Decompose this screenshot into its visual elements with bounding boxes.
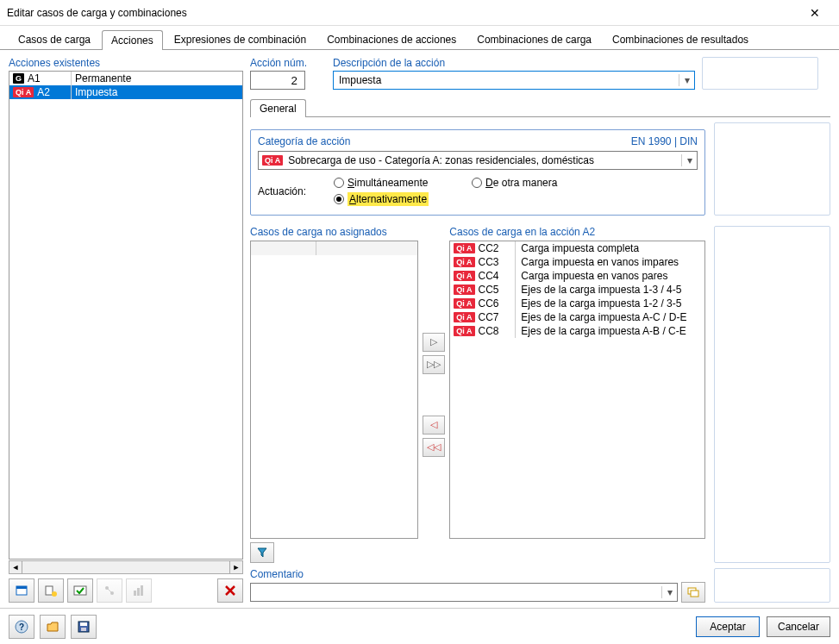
chevron-down-icon[interactable]: ▾	[679, 74, 694, 86]
assigned-loadcase-row[interactable]: Qi ACC7Ejes de la carga impuesta A-C / D…	[450, 310, 704, 324]
svg-rect-8	[134, 591, 136, 596]
list-h-scrollbar[interactable]: ◄ ►	[9, 560, 243, 575]
action-number-label: Acción núm.	[250, 57, 326, 71]
action-desc-combo[interactable]: Impuesta ▾	[333, 71, 695, 90]
action-desc-label: Descripción de la acción	[333, 57, 695, 71]
assigned-loadcase-row[interactable]: Qi ACC8Ejes de la carga impuesta A-B / C…	[450, 324, 704, 338]
svg-rect-4	[74, 586, 86, 595]
existing-action-row[interactable]: GA1Permanente	[9, 72, 242, 85]
ok-button[interactable]: Aceptar	[696, 616, 760, 637]
scroll-right-icon[interactable]: ►	[229, 560, 243, 574]
radio-simultaneously[interactable]: Simultáneamente	[334, 177, 429, 189]
unlink-button	[97, 578, 122, 603]
move-all-left-button[interactable]: ◁◁	[423, 438, 445, 457]
filter-button[interactable]	[250, 542, 274, 563]
list-header	[251, 241, 417, 255]
chevron-down-icon[interactable]: ▾	[661, 586, 677, 598]
existing-toolbar	[9, 578, 243, 603]
save-button[interactable]	[71, 615, 97, 639]
library-button[interactable]	[38, 578, 64, 603]
assigned-loadcase-row[interactable]: Qi ACC5Ejes de la carga impuesta 1-3 / 4…	[450, 283, 704, 297]
tab-combinaciones-de-carga[interactable]: Combinaciones de carga	[467, 29, 601, 49]
sub-tabs: General	[250, 98, 830, 117]
move-left-button[interactable]: ◁	[423, 416, 445, 435]
tab-acciones[interactable]: Acciones	[102, 30, 163, 50]
svg-line-7	[108, 589, 111, 592]
svg-rect-2	[46, 586, 53, 595]
cancel-button[interactable]: Cancelar	[767, 616, 830, 637]
category-value: Sobrecarga de uso - Categoría A: zonas r…	[288, 154, 594, 166]
radio-alternatively[interactable]: Alternativamente	[334, 192, 429, 206]
existing-actions-label: Acciones existentes	[9, 57, 243, 71]
svg-rect-10	[141, 585, 143, 596]
category-badge: Qi A	[262, 155, 283, 166]
assigned-loadcase-row[interactable]: Qi ACC6Ejes de la carga impuesta 1-2 / 3…	[450, 297, 704, 310]
chevron-down-icon[interactable]: ▾	[681, 154, 697, 166]
category-label: Categoría de acción	[258, 135, 350, 147]
radio-otherwise[interactable]: De otra manera	[472, 177, 557, 189]
action-desc-value: Impuesta	[334, 74, 679, 86]
category-box: Categoría de acción EN 1990 | DIN Qi A S…	[250, 129, 705, 216]
close-icon[interactable]: ✕	[798, 6, 832, 20]
unassigned-label: Casos de carga no asignados	[250, 226, 418, 241]
move-right-button[interactable]: ▷	[423, 333, 445, 352]
tab-casos-de-carga[interactable]: Casos de carga	[9, 29, 100, 49]
svg-rect-17	[81, 628, 86, 631]
existing-actions-list[interactable]: GA1PermanenteQi AA2Impuesta	[9, 71, 243, 560]
comment-label: Comentario	[250, 568, 705, 582]
window-title: Editar casos de carga y combinaciones	[7, 7, 798, 19]
svg-text:?: ?	[19, 622, 24, 632]
stats-button	[126, 578, 152, 603]
tab-expresiones-de-combinación[interactable]: Expresiones de combinación	[165, 29, 316, 49]
main-tabs: Casos de cargaAccionesExpresiones de com…	[0, 26, 839, 50]
tab-general[interactable]: General	[250, 99, 306, 117]
tab-combinaciones-de-resultados[interactable]: Combinaciones de resultados	[603, 29, 758, 49]
svg-rect-12	[691, 591, 698, 597]
svg-rect-9	[137, 588, 140, 596]
check-button[interactable]	[67, 578, 93, 603]
new-action-button[interactable]	[9, 578, 34, 603]
comment-pick-button[interactable]	[681, 582, 705, 603]
unassigned-list[interactable]	[250, 241, 418, 539]
assigned-loadcase-row[interactable]: Qi ACC3Carga impuesta en vanos impares	[450, 255, 704, 269]
delete-button[interactable]	[217, 578, 243, 603]
open-folder-button[interactable]	[40, 615, 66, 639]
behavior-label: Actuación:	[258, 185, 318, 197]
action-number-input[interactable]	[250, 71, 305, 90]
svg-rect-1	[16, 586, 27, 589]
assigned-loadcase-row[interactable]: Qi ACC4Carga impuesta en vanos pares	[450, 269, 704, 283]
comment-combo[interactable]: ▾	[250, 583, 678, 602]
move-all-right-button[interactable]: ▷▷	[423, 355, 445, 374]
svg-rect-16	[80, 622, 87, 626]
tab-combinaciones-de-acciones[interactable]: Combinaciones de acciones	[317, 29, 466, 49]
assigned-list[interactable]: Qi ACC2Carga impuesta completaQi ACC3Car…	[449, 241, 705, 539]
category-combo[interactable]: Qi A Sobrecarga de uso - Categoría A: zo…	[258, 151, 698, 170]
scroll-track[interactable]	[22, 560, 229, 574]
assigned-label: Casos de carga en la acción A2	[449, 226, 705, 241]
scroll-left-icon[interactable]: ◄	[9, 560, 22, 574]
title-bar: Editar casos de carga y combinaciones ✕	[0, 0, 839, 26]
assigned-loadcase-row[interactable]: Qi ACC2Carga impuesta completa	[450, 241, 704, 255]
dialog-footer: ? Aceptar Cancelar	[0, 608, 839, 644]
category-norm: EN 1990 | DIN	[631, 135, 698, 147]
help-button[interactable]: ?	[9, 615, 34, 639]
svg-point-3	[52, 591, 57, 597]
existing-action-row[interactable]: Qi AA2Impuesta	[9, 85, 242, 99]
